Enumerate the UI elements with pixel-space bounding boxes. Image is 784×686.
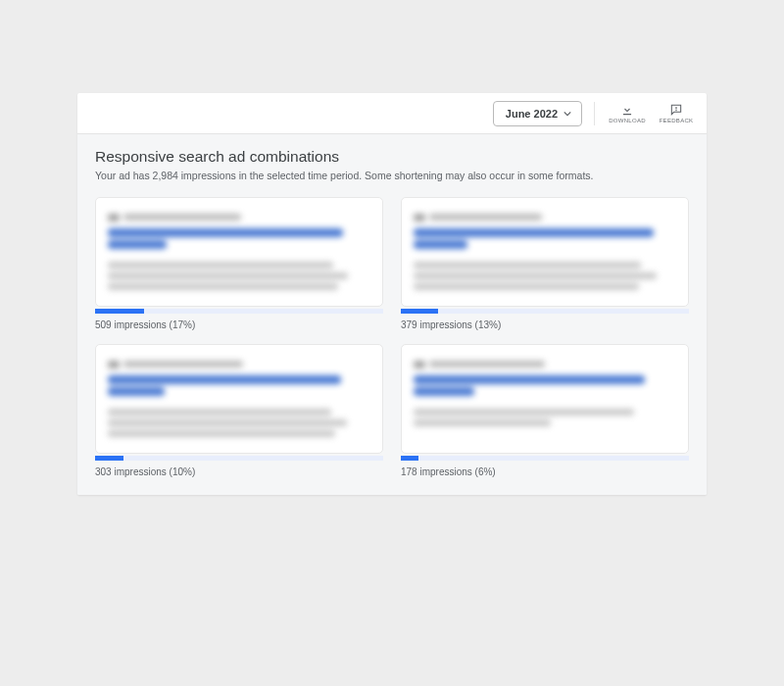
impressions-bar-fill <box>95 456 123 461</box>
download-icon <box>620 103 634 117</box>
ad-preview[interactable] <box>401 197 689 307</box>
blurred-preview <box>414 208 676 290</box>
content: Responsive search ad combinations Your a… <box>77 134 707 495</box>
impressions-bar <box>95 456 383 461</box>
impressions-caption: 303 impressions (10%) <box>95 466 383 477</box>
impressions-bar-fill <box>401 309 438 314</box>
feedback-icon <box>669 103 683 117</box>
ad-preview[interactable] <box>95 197 383 307</box>
download-button[interactable]: DOWNLOAD <box>607 103 648 123</box>
ad-combo-card: 509 impressions (17%) <box>95 197 383 330</box>
feedback-label: FEEDBACK <box>660 118 694 123</box>
impressions-bar <box>401 309 689 314</box>
svg-rect-1 <box>675 110 676 111</box>
impressions-bar <box>95 309 383 314</box>
ad-preview[interactable] <box>95 344 383 454</box>
panel: June 2022 DOWNLOAD FEEDBACK Responsive s… <box>77 93 707 495</box>
date-range-button[interactable]: June 2022 <box>493 101 582 126</box>
divider <box>594 102 595 125</box>
cards-grid: 509 impressions (17%) <box>95 197 689 477</box>
ad-combo-card: 303 impressions (10%) <box>95 344 383 477</box>
impressions-bar <box>401 456 689 461</box>
impressions-caption: 178 impressions (6%) <box>401 466 689 477</box>
impressions-caption: 379 impressions (13%) <box>401 319 689 330</box>
chevron-down-icon <box>564 110 571 118</box>
impressions-bar-fill <box>95 309 144 314</box>
blurred-preview <box>108 208 370 290</box>
impressions-caption: 509 impressions (17%) <box>95 319 383 330</box>
download-label: DOWNLOAD <box>609 118 646 123</box>
date-range-label: June 2022 <box>506 108 558 120</box>
svg-rect-0 <box>675 107 676 109</box>
topbar: June 2022 DOWNLOAD FEEDBACK <box>77 93 707 134</box>
page-subtitle: Your ad has 2,984 impressions in the sel… <box>95 170 689 181</box>
feedback-button[interactable]: FEEDBACK <box>656 103 697 123</box>
ad-combo-card: 379 impressions (13%) <box>401 197 689 330</box>
blurred-preview <box>108 355 370 437</box>
page-title: Responsive search ad combinations <box>95 148 689 166</box>
ad-preview[interactable] <box>401 344 689 454</box>
impressions-bar-fill <box>401 456 418 461</box>
ad-combo-card: 178 impressions (6%) <box>401 344 689 477</box>
blurred-preview <box>414 355 676 426</box>
